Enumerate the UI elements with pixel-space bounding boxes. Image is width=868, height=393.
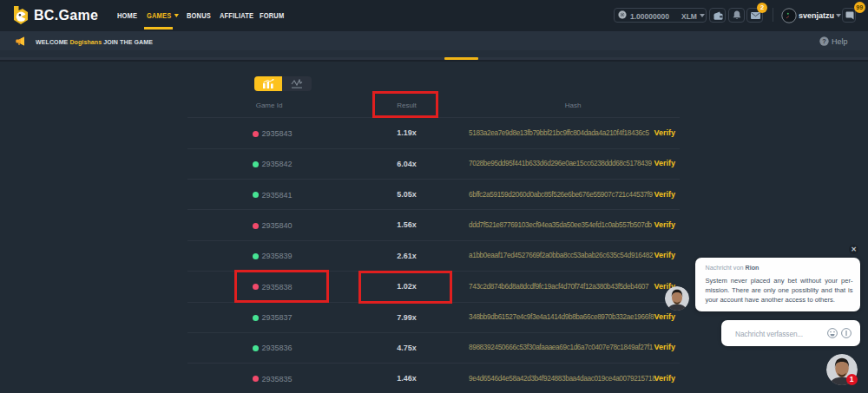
svg-text:?: ? (822, 37, 826, 45)
